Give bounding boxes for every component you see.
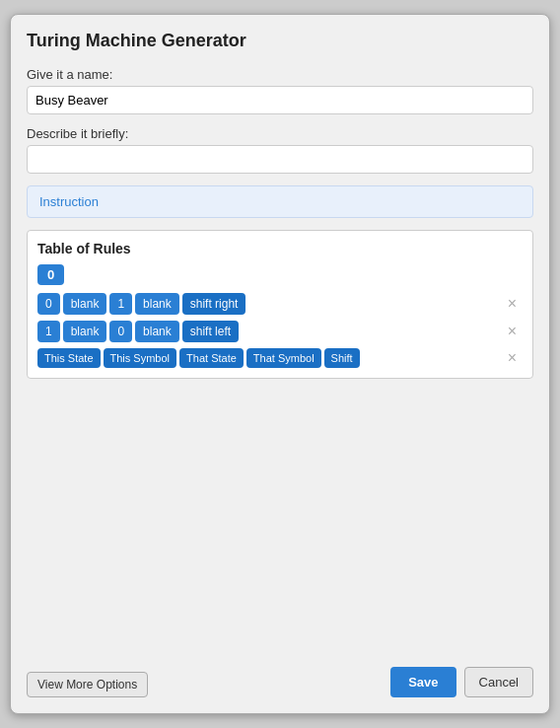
state-badge: 0: [37, 264, 523, 293]
cell-this-symbol[interactable]: blank: [63, 293, 107, 315]
remove-rule-button[interactable]: ×: [502, 324, 523, 339]
action-buttons: Save Cancel: [390, 667, 533, 697]
cell-this-state[interactable]: 0: [37, 293, 60, 315]
rules-section: Table of Rules 0 0 blank 1 blank shift r…: [27, 230, 533, 379]
instruction-header[interactable]: Instruction: [28, 186, 532, 217]
cell-this-state[interactable]: 1: [37, 321, 60, 342]
save-button[interactable]: Save: [390, 667, 455, 697]
rule-pills: 1 blank 0 blank shift left: [37, 321, 502, 342]
header-that-symbol: That Symbol: [246, 348, 321, 368]
cell-that-symbol[interactable]: blank: [135, 293, 179, 315]
header-this-symbol: This Symbol: [104, 348, 177, 368]
dialog-title: Turing Machine Generator: [27, 31, 533, 51]
cell-that-symbol[interactable]: blank: [135, 321, 179, 342]
cancel-button[interactable]: Cancel: [464, 667, 533, 697]
header-row: This State This Symbol That State That S…: [37, 348, 523, 368]
dialog: Turing Machine Generator Give it a name:…: [10, 14, 550, 714]
name-input[interactable]: [27, 86, 533, 114]
cell-that-state[interactable]: 1: [109, 293, 132, 315]
remove-header-button[interactable]: ×: [502, 350, 523, 366]
instruction-section[interactable]: Instruction: [27, 185, 533, 218]
remove-rule-button[interactable]: ×: [502, 296, 523, 312]
view-more-button[interactable]: View More Options: [27, 672, 148, 697]
rules-title: Table of Rules: [37, 241, 523, 256]
cell-that-state[interactable]: 0: [109, 321, 132, 342]
header-this-state: This State: [37, 348, 101, 368]
description-input[interactable]: [27, 145, 533, 174]
header-pills: This State This Symbol That State That S…: [37, 348, 502, 368]
rule-row: 0 blank 1 blank shift right ×: [37, 293, 523, 315]
description-label: Describe it briefly:: [27, 126, 533, 141]
cell-this-symbol[interactable]: blank: [63, 321, 107, 342]
bottom-section: View More Options Save Cancel: [27, 651, 533, 697]
cell-direction[interactable]: shift left: [182, 321, 239, 342]
header-that-state: That State: [179, 348, 244, 368]
rule-pills: 0 blank 1 blank shift right: [37, 293, 502, 315]
header-shift: Shift: [324, 348, 360, 368]
rule-row: 1 blank 0 blank shift left ×: [37, 321, 523, 342]
cell-direction[interactable]: shift right: [182, 293, 246, 315]
name-label: Give it a name:: [27, 67, 533, 82]
